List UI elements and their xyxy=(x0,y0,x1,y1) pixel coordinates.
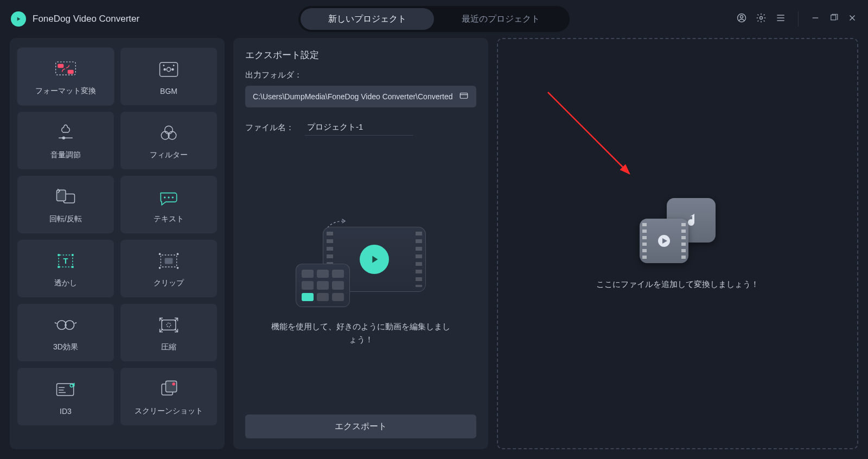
svg-point-18 xyxy=(173,65,175,66)
maximize-button[interactable] xyxy=(829,13,839,25)
svg-rect-47 xyxy=(57,384,74,396)
bgm-icon xyxy=(157,58,181,81)
logo-icon xyxy=(11,11,26,27)
output-folder-field[interactable]: C:\Users\DumpMedia\FoneDog Video Convert… xyxy=(245,86,476,107)
titlebar: FoneDog Video Converter 新しいプロジェクト 最近のプロジ… xyxy=(0,0,868,38)
svg-rect-36 xyxy=(165,258,173,264)
tool-id3[interactable]: ID3 xyxy=(17,368,114,425)
editor-illustration: 機能を使用して、好きのように動画を編集しましょう！ xyxy=(245,146,476,415)
filter-icon xyxy=(157,121,181,145)
export-panel: エクスポート設定 出力フォルダ： C:\Users\DumpMedia\Fone… xyxy=(233,38,488,449)
svg-point-21 xyxy=(165,126,173,134)
dropzone-illustration xyxy=(640,198,716,263)
tool-label: 透かし xyxy=(54,278,77,288)
tool-label: 3D効果 xyxy=(53,342,78,352)
rotate-icon xyxy=(54,185,78,209)
account-icon[interactable] xyxy=(736,12,747,25)
svg-rect-34 xyxy=(72,266,74,268)
svg-point-37 xyxy=(159,253,161,255)
editor-caption: 機能を使用して、好きのように動画を編集しましょう！ xyxy=(269,320,453,346)
tool-format-convert[interactable]: フォーマット変換 xyxy=(17,48,114,105)
svg-point-51 xyxy=(70,384,73,387)
svg-point-14 xyxy=(163,68,166,71)
svg-point-15 xyxy=(171,68,174,71)
svg-point-46 xyxy=(167,323,170,327)
tool-label: 音量調節 xyxy=(50,150,81,160)
tools-sidebar: フォーマット変換 BGM 音量調節 フィルター xyxy=(10,38,225,449)
svg-rect-12 xyxy=(68,70,74,74)
browse-folder-icon[interactable] xyxy=(459,91,469,103)
tool-compress[interactable]: 圧縮 xyxy=(120,304,217,361)
tool-label: フィルター xyxy=(150,150,188,160)
tab-recent-projects[interactable]: 最近のプロジェクト xyxy=(434,8,567,30)
svg-point-16 xyxy=(167,67,170,71)
close-button[interactable] xyxy=(847,13,857,25)
tool-text[interactable]: テキスト xyxy=(120,176,217,233)
video-file-icon xyxy=(640,219,688,263)
export-button[interactable]: エクスポート xyxy=(245,415,476,438)
svg-line-44 xyxy=(75,322,77,323)
play-icon xyxy=(360,245,389,274)
3d-icon xyxy=(54,313,78,337)
tool-rotate[interactable]: 回転/反転 xyxy=(17,176,114,233)
tool-3d[interactable]: 3D効果 xyxy=(17,304,114,361)
grid-icon xyxy=(296,264,350,307)
svg-rect-32 xyxy=(72,254,74,256)
file-dropzone[interactable]: ここにファイルを追加して変換しましょう！ xyxy=(497,38,858,449)
tab-new-project[interactable]: 新しいプロジェクト xyxy=(301,8,434,30)
app-logo: FoneDog Video Converter xyxy=(11,11,139,27)
filename-label: ファイル名： xyxy=(245,123,294,133)
id3-icon xyxy=(54,378,78,401)
compress-icon xyxy=(157,313,181,337)
svg-rect-13 xyxy=(160,62,178,76)
svg-point-2 xyxy=(760,17,763,20)
volume-icon xyxy=(54,121,78,145)
clip-icon xyxy=(157,249,181,273)
app-title: FoneDog Video Converter xyxy=(33,14,139,24)
tool-label: スクリーンショット xyxy=(135,406,203,416)
watermark-icon: T xyxy=(54,249,78,273)
tool-label: 圧縮 xyxy=(161,342,176,352)
separator xyxy=(798,11,799,27)
svg-point-20 xyxy=(62,136,66,139)
filename-input[interactable] xyxy=(305,119,413,136)
output-folder-path: C:\Users\DumpMedia\FoneDog Video Convert… xyxy=(253,92,453,101)
tool-watermark[interactable]: T 透かし xyxy=(17,240,114,297)
window-controls xyxy=(736,11,857,27)
svg-rect-25 xyxy=(57,190,66,201)
minimize-button[interactable] xyxy=(810,13,820,25)
svg-point-27 xyxy=(168,196,169,198)
svg-point-54 xyxy=(172,382,175,386)
gear-icon[interactable] xyxy=(756,12,767,25)
folder-label: 出力フォルダ： xyxy=(245,70,476,80)
svg-rect-31 xyxy=(58,254,60,256)
export-heading: エクスポート設定 xyxy=(245,49,476,61)
svg-text:T: T xyxy=(63,257,68,266)
svg-line-43 xyxy=(55,322,57,323)
menu-icon[interactable] xyxy=(775,12,786,25)
convert-icon xyxy=(54,57,78,81)
tool-label: ID3 xyxy=(60,407,72,416)
svg-point-17 xyxy=(163,65,164,66)
svg-rect-55 xyxy=(460,93,468,99)
screenshot-icon xyxy=(157,377,181,401)
text-icon xyxy=(157,185,181,209)
svg-point-28 xyxy=(172,196,174,198)
top-tabs: 新しいプロジェクト 最近のプロジェクト xyxy=(298,6,570,32)
tool-clip[interactable]: クリップ xyxy=(120,240,217,297)
tool-label: フォーマット変換 xyxy=(35,86,96,96)
tool-bgm[interactable]: BGM xyxy=(120,48,217,105)
tool-volume[interactable]: 音量調節 xyxy=(17,112,114,169)
svg-rect-33 xyxy=(58,266,60,268)
tool-filter[interactable]: フィルター xyxy=(120,112,217,169)
tool-label: 回転/反転 xyxy=(49,214,82,224)
svg-point-26 xyxy=(164,196,165,198)
tool-label: BGM xyxy=(160,87,177,95)
svg-point-39 xyxy=(159,267,161,269)
svg-rect-53 xyxy=(166,381,177,392)
svg-point-40 xyxy=(177,267,179,269)
svg-point-38 xyxy=(177,253,179,255)
svg-rect-7 xyxy=(831,15,836,20)
tool-screenshot[interactable]: スクリーンショット xyxy=(120,368,217,425)
tool-label: テキスト xyxy=(154,214,184,224)
